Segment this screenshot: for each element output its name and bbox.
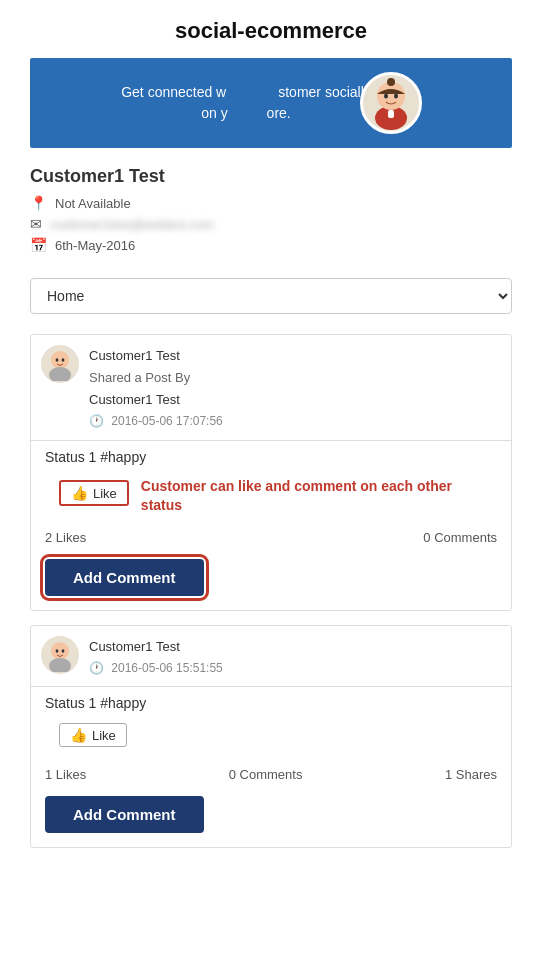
post1-shared-label: Shared a Post By bbox=[89, 367, 223, 389]
location-icon: 📍 bbox=[30, 195, 47, 211]
post1-like-label: Like bbox=[93, 486, 117, 501]
post1-likes-count: 2 Likes bbox=[45, 530, 86, 545]
post1-author: Customer1 Test bbox=[89, 345, 223, 367]
clock-icon-1: 🕐 bbox=[89, 414, 104, 428]
svg-point-13 bbox=[56, 649, 59, 652]
post1-status: Status 1 #happy bbox=[45, 449, 497, 465]
svg-point-12 bbox=[49, 658, 71, 672]
post1-like-button[interactable]: 👍 Like bbox=[59, 480, 129, 506]
post1-comments-count: 0 Comments bbox=[423, 530, 497, 545]
post2-meta: Customer1 Test 🕐 2016-05-06 15:51:55 bbox=[89, 636, 223, 678]
page-title: social-ecommerce bbox=[0, 0, 542, 58]
post2-timestamp: 🕐 2016-05-06 15:51:55 bbox=[89, 658, 223, 678]
post1-add-comment-button[interactable]: Add Comment bbox=[45, 559, 204, 596]
svg-point-14 bbox=[62, 649, 65, 652]
post2-stats: 1 Likes 0 Comments 1 Shares bbox=[31, 761, 511, 788]
post2-like-label: Like bbox=[92, 728, 116, 743]
svg-point-11 bbox=[51, 642, 69, 660]
post1-header: Customer1 Test Shared a Post By Customer… bbox=[31, 335, 511, 440]
post1-stats: 2 Likes 0 Comments bbox=[31, 524, 511, 551]
post-card-2: Customer1 Test 🕐 2016-05-06 15:51:55 Sta… bbox=[30, 625, 512, 848]
profile-location: Not Available bbox=[55, 196, 131, 211]
post2-likes-count: 1 Likes bbox=[45, 767, 86, 782]
svg-point-3 bbox=[384, 94, 388, 99]
calendar-icon: 📅 bbox=[30, 237, 47, 253]
thumbs-up-icon-1: 👍 bbox=[71, 485, 88, 501]
svg-point-8 bbox=[49, 367, 71, 381]
post2-comments-count: 0 Comments bbox=[229, 767, 303, 782]
post2-status: Status 1 #happy bbox=[45, 695, 497, 711]
email-icon: ✉ bbox=[30, 216, 42, 232]
svg-point-9 bbox=[56, 358, 59, 361]
profile-email: customer1test@webkul.com bbox=[50, 217, 213, 232]
banner-avatar bbox=[360, 72, 422, 134]
post2-body: Status 1 #happy 👍 Like bbox=[31, 687, 511, 761]
nav-dropdown[interactable]: Home Profile Settings bbox=[30, 278, 512, 314]
post1-avatar bbox=[41, 345, 79, 383]
post2-avatar bbox=[41, 636, 79, 674]
banner: Get connected wstomer sociallyon y ore. bbox=[30, 58, 512, 148]
post2-like-row: 👍 Like bbox=[45, 719, 497, 757]
svg-point-4 bbox=[394, 94, 398, 99]
post1-meta: Customer1 Test Shared a Post By Customer… bbox=[89, 345, 223, 432]
post2-author: Customer1 Test bbox=[89, 636, 223, 658]
post1-like-row: 👍 Like Customer can like and comment on … bbox=[45, 473, 497, 520]
post1-callout: Customer can like and comment on each ot… bbox=[141, 477, 483, 516]
post2-shares-count: 1 Shares bbox=[445, 767, 497, 782]
post1-body: Status 1 #happy 👍 Like Customer can like… bbox=[31, 441, 511, 524]
post2-header: Customer1 Test 🕐 2016-05-06 15:51:55 bbox=[31, 626, 511, 686]
post1-timestamp: 🕐 2016-05-06 17:07:56 bbox=[89, 411, 223, 431]
svg-point-7 bbox=[51, 351, 69, 369]
profile-date-row: 📅 6th-May-2016 bbox=[30, 237, 512, 253]
svg-point-2 bbox=[377, 82, 405, 110]
thumbs-up-icon-2: 👍 bbox=[70, 727, 87, 743]
profile-email-row: ✉ customer1test@webkul.com bbox=[30, 216, 512, 232]
post2-like-button[interactable]: 👍 Like bbox=[59, 723, 127, 747]
svg-point-10 bbox=[62, 358, 65, 361]
dropdown-section[interactable]: Home Profile Settings bbox=[0, 268, 542, 334]
post2-add-comment-button[interactable]: Add Comment bbox=[45, 796, 204, 833]
profile-location-row: 📍 Not Available bbox=[30, 195, 512, 211]
post1-shared-author: Customer1 Test bbox=[89, 389, 223, 411]
post-card-1: Customer1 Test Shared a Post By Customer… bbox=[30, 334, 512, 611]
profile-date: 6th-May-2016 bbox=[55, 238, 135, 253]
svg-point-6 bbox=[387, 78, 395, 86]
svg-rect-5 bbox=[388, 110, 394, 118]
profile-section: Customer1 Test 📍 Not Available ✉ custome… bbox=[0, 148, 542, 268]
feed-section: Customer1 Test Shared a Post By Customer… bbox=[0, 334, 542, 848]
clock-icon-2: 🕐 bbox=[89, 661, 104, 675]
profile-name: Customer1 Test bbox=[30, 166, 512, 187]
